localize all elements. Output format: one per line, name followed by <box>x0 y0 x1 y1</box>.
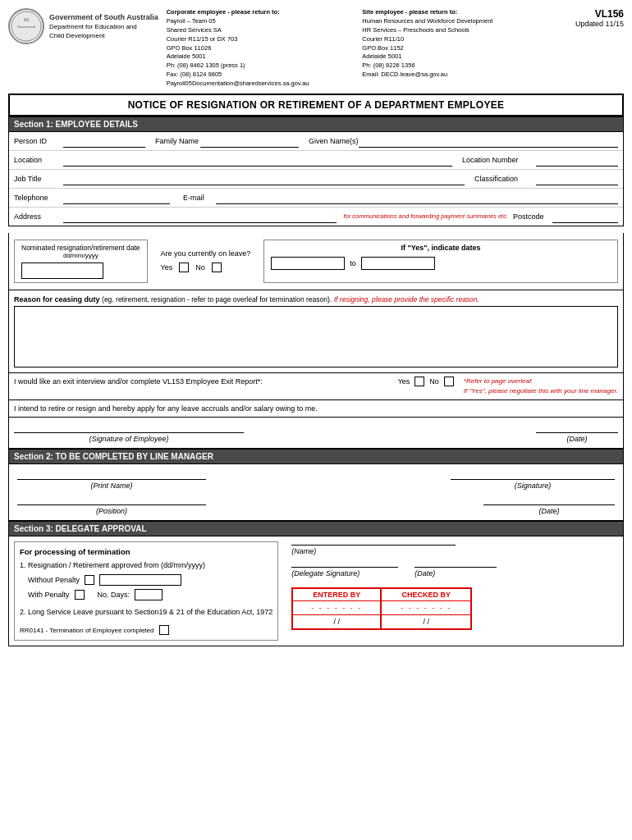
statement: I intend to retire or resign and hereby … <box>8 400 624 418</box>
leave-question-text: Are you currently on leave? <box>161 249 251 258</box>
section1-body: Person ID Family Name Given Name(s) Loca… <box>8 132 624 226</box>
family-name-label: Family Name <box>155 137 200 145</box>
email-label: E-mail <box>183 194 216 202</box>
employee-sig-block: (Signature of Employee) <box>14 432 244 443</box>
delegate-sig-line <box>291 567 398 568</box>
section3-header: Section 3: DELEGATE APPROVAL <box>8 521 624 536</box>
person-id-label: Person ID <box>14 137 63 145</box>
address-row: Address for communications and forwardin… <box>9 208 623 226</box>
sig-area: (Signature of Employee) (Date) <box>8 418 624 449</box>
print-name-block: (Print Name) <box>17 479 206 490</box>
site-address: Site employee - please return to: Human … <box>362 8 550 80</box>
address-label: Address <box>14 212 63 221</box>
position-line <box>17 504 206 505</box>
exit-yes-label: Yes <box>398 377 410 386</box>
leave-date-range: to <box>271 257 611 270</box>
logo-area: SA Government Government of South Austra… <box>8 8 158 44</box>
nominated-date-input[interactable] <box>21 262 103 279</box>
main-title: NOTICE OF RESIGNATION OR RETIREMENT OF A… <box>8 94 624 116</box>
without-penalty-checkbox[interactable] <box>85 575 94 585</box>
delegate-name-line <box>291 545 456 546</box>
gov-logo: SA Government <box>8 8 44 44</box>
form-id: VL156 Updated 11/15 <box>558 8 624 28</box>
entered-checked-table: ENTERED BY CHECKED BY - - - - - - - - - … <box>291 587 472 630</box>
no-label: No <box>195 263 205 272</box>
reason-label-row: Reason for ceasing duty (eg. retirement,… <box>14 295 618 304</box>
email-input[interactable] <box>216 191 618 204</box>
delegate-sig-date-row: (Delegate Signature) (Date) <box>291 567 615 578</box>
manager-sig-label: (Signature) <box>515 482 552 490</box>
classification-input[interactable] <box>536 172 618 185</box>
manager-sig-block: (Signature) <box>451 479 615 490</box>
location-input[interactable] <box>63 153 452 167</box>
svg-text:Government: Government <box>17 25 36 29</box>
rr-row: RR0141 - Termination of Employee complet… <box>20 625 272 635</box>
telephone-input[interactable] <box>63 191 170 204</box>
with-penalty-row: With Penalty No. Days: <box>28 589 272 600</box>
job-title-row: Job Title Classification <box>9 170 623 189</box>
without-penalty-date[interactable] <box>99 574 181 586</box>
no-days-label: No. Days: <box>98 591 131 599</box>
employee-sig-label: (Signature of Employee) <box>89 435 168 443</box>
leave-to-input[interactable] <box>361 257 435 270</box>
employee-sig-line <box>14 432 244 433</box>
employee-date-block: (Date) <box>536 432 618 443</box>
delegate-date-block: (Date) <box>414 567 497 578</box>
leave-no-checkbox[interactable] <box>212 262 222 272</box>
exit-yes-checkbox[interactable] <box>414 377 424 386</box>
person-id-input[interactable] <box>63 135 145 148</box>
section3-body: For processing of termination 1. Resigna… <box>8 536 624 647</box>
to-label: to <box>350 259 356 267</box>
delegate-sig-block: (Delegate Signature) <box>291 567 398 578</box>
corp-address: Corporate employee - please return to: P… <box>167 8 355 89</box>
delegate-date-line <box>414 567 497 568</box>
family-name-input[interactable] <box>200 135 299 148</box>
checked-by-header: CHECKED BY <box>382 589 470 600</box>
employee-date-line <box>536 432 618 433</box>
sig-row: (Signature of Employee) (Date) <box>14 418 618 443</box>
manager-date-label: (Date) <box>538 507 559 515</box>
job-title-input[interactable] <box>63 172 465 185</box>
reason-note: (eg. retirement, resignation - refer to … <box>102 295 332 304</box>
item1-label: 1. Resignation / Retirement approved fro… <box>20 561 272 569</box>
with-penalty-checkbox[interactable] <box>75 590 85 600</box>
exit-no-checkbox[interactable] <box>444 377 454 386</box>
section2-header: Section 2: TO BE COMPLETED BY LINE MANAG… <box>8 449 624 464</box>
leave-from-input[interactable] <box>271 257 345 270</box>
manager-date-line <box>483 504 615 505</box>
exit-no-label: No <box>429 377 439 386</box>
exit-yes-no: Yes No <box>398 377 454 386</box>
given-names-label: Given Name(s) <box>309 137 359 145</box>
person-id-row: Person ID Family Name Given Name(s) <box>9 132 623 151</box>
postcode-input[interactable] <box>552 210 618 223</box>
location-number-input[interactable] <box>536 153 618 167</box>
reason-textarea[interactable] <box>14 306 618 368</box>
checked-dots: - - - - - - - <box>382 600 470 614</box>
reason-section: Reason for ceasing duty (eg. retirement,… <box>8 290 624 373</box>
no-days-input[interactable] <box>135 589 163 600</box>
delegate-name-block: (Name) <box>291 545 615 555</box>
exit-section: I would like an exit interview and/or co… <box>8 373 624 400</box>
leave-dates-box: If "Yes", indicate dates to <box>263 240 618 283</box>
leave-question-area: Are you currently on leave? Yes No <box>154 240 258 283</box>
reason-italic-note: If resigning, please provide the specifi… <box>334 295 479 304</box>
leave-section: Nominated resignation/retirement date dd… <box>8 233 624 290</box>
delegate-date-label: (Date) <box>414 569 435 578</box>
delegate-sig-label: (Delegate Signature) <box>291 569 360 578</box>
telephone-row: Telephone E-mail <box>9 189 623 208</box>
rr-label: RR0141 - Termination of Employee complet… <box>20 627 154 634</box>
given-names-input[interactable] <box>359 135 618 148</box>
rr-checkbox[interactable] <box>159 625 169 635</box>
location-row: Location Location Number <box>9 151 623 170</box>
manager-sig-line <box>451 479 615 480</box>
yes-label: Yes <box>161 263 173 272</box>
exit-note: *Refer to page overleaf. If "Yes", pleas… <box>464 377 618 396</box>
leave-yes-checkbox[interactable] <box>179 262 189 272</box>
nominated-date-box: Nominated resignation/retirement date dd… <box>14 240 148 283</box>
with-penalty-label: With Penalty <box>28 591 70 599</box>
address-input[interactable] <box>63 210 337 223</box>
date-format: dd/mm/yyyy <box>21 252 140 259</box>
section2-body: (Print Name) (Signature) (Position) (Dat… <box>8 464 624 521</box>
entered-date: / / <box>293 614 382 628</box>
location-label: Location <box>14 156 63 164</box>
